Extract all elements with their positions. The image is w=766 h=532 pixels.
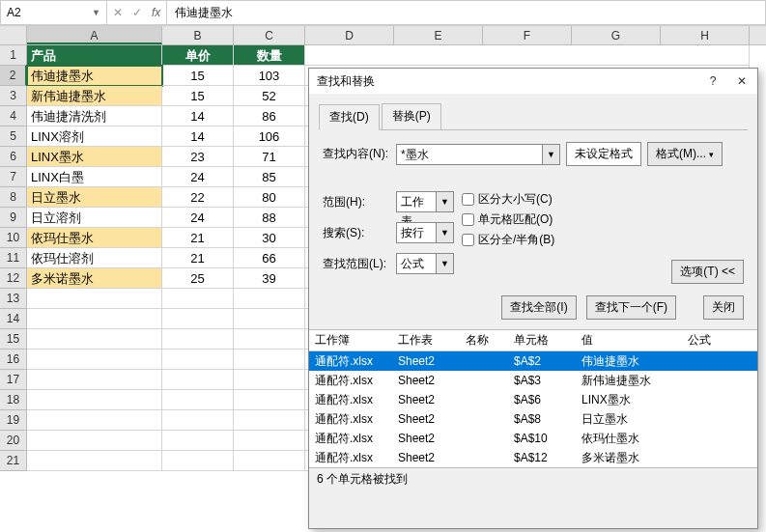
result-row[interactable]: 通配符.xlsxSheet2$A$8日立墨水 [309, 409, 757, 429]
dialog-help-icon[interactable]: ? [705, 74, 721, 88]
row-header[interactable]: 9 [0, 208, 27, 228]
row-header[interactable]: 16 [0, 350, 27, 370]
result-row[interactable]: 通配符.xlsxSheet2$A$6LINX墨水 [309, 390, 757, 409]
scope-select[interactable]: 工作表 ▼ [396, 191, 454, 212]
find-all-button[interactable]: 查找全部(I) [501, 295, 576, 320]
cell[interactable]: 多米诺墨水 [27, 268, 162, 289]
name-box[interactable]: A2 ▼ [1, 1, 107, 24]
cell[interactable] [162, 370, 234, 390]
cell[interactable] [162, 309, 234, 329]
col-header-G[interactable]: G [572, 26, 661, 44]
cell[interactable]: 日立墨水 [27, 187, 162, 208]
find-input[interactable]: *墨水 ▼ [396, 144, 560, 165]
cell[interactable] [234, 309, 305, 329]
cell[interactable]: 23 [162, 147, 234, 167]
cell[interactable]: 15 [162, 66, 234, 86]
cell[interactable] [162, 329, 234, 350]
chevron-down-icon[interactable]: ▼ [436, 254, 453, 273]
no-format-button[interactable]: 未设定格式 [566, 142, 641, 166]
row-header[interactable]: 21 [0, 451, 27, 471]
cell[interactable]: 66 [234, 248, 305, 268]
cell[interactable] [305, 45, 750, 66]
cell[interactable]: 新伟迪捷墨水 [27, 86, 162, 106]
result-row[interactable]: 通配符.xlsxSheet2$A$3新伟迪捷墨水 [309, 371, 757, 390]
row-header[interactable]: 15 [0, 329, 27, 350]
cell[interactable]: 伟迪捷墨水 [27, 66, 162, 86]
row-header[interactable]: 6 [0, 147, 27, 167]
match-width-checkbox[interactable]: 区分全/半角(B) [462, 232, 554, 248]
cell[interactable]: 15 [162, 86, 234, 106]
find-input-dropdown-icon[interactable]: ▼ [542, 145, 559, 164]
confirm-icon[interactable]: ✓ [132, 6, 142, 19]
cell[interactable] [27, 390, 162, 410]
cell[interactable] [234, 410, 305, 431]
cell[interactable]: 86 [234, 106, 305, 126]
cell[interactable]: 日立溶剂 [27, 208, 162, 228]
search-select[interactable]: 按行 ▼ [396, 222, 454, 243]
cell[interactable]: 14 [162, 106, 234, 126]
cell[interactable] [27, 410, 162, 431]
cell[interactable]: 80 [234, 187, 305, 208]
find-next-button[interactable]: 查找下一个(F) [586, 295, 676, 320]
row-header[interactable]: 14 [0, 309, 27, 329]
tab-replace[interactable]: 替换(P) [382, 103, 441, 129]
cell[interactable] [27, 350, 162, 370]
cell[interactable]: 52 [234, 86, 305, 106]
formula-input[interactable]: 伟迪捷墨水 [167, 1, 765, 24]
cell[interactable]: 39 [234, 268, 305, 289]
row-header[interactable]: 3 [0, 86, 27, 106]
row-header[interactable]: 8 [0, 187, 27, 208]
cell[interactable] [234, 289, 305, 309]
row-header[interactable]: 5 [0, 126, 27, 147]
cell[interactable]: 依玛仕溶剂 [27, 248, 162, 268]
chevron-down-icon[interactable]: ▼ [436, 223, 453, 242]
col-worksheet[interactable]: 工作表 [392, 332, 460, 349]
row-header[interactable]: 20 [0, 431, 27, 451]
cell[interactable] [234, 451, 305, 471]
options-button[interactable]: 选项(T) << [671, 260, 744, 284]
fx-icon[interactable]: fx [152, 6, 160, 19]
cell[interactable]: 单价 [162, 45, 234, 66]
cell[interactable]: 25 [162, 268, 234, 289]
cell[interactable] [162, 289, 234, 309]
cell[interactable] [27, 329, 162, 350]
cell[interactable] [27, 431, 162, 451]
cell[interactable]: 产品 [27, 45, 162, 66]
cell[interactable]: 24 [162, 208, 234, 228]
cell[interactable] [162, 451, 234, 471]
row-header[interactable]: 19 [0, 410, 27, 431]
select-all-corner[interactable] [0, 26, 27, 44]
row-header[interactable]: 2 [0, 66, 27, 86]
col-header-F[interactable]: F [483, 26, 572, 44]
result-row[interactable]: 通配符.xlsxSheet2$A$12多米诺墨水 [309, 448, 757, 467]
cell[interactable]: 22 [162, 187, 234, 208]
cell[interactable]: LINX溶剂 [27, 126, 162, 147]
dialog-close-icon[interactable]: ✕ [734, 74, 750, 88]
col-header-B[interactable]: B [162, 26, 234, 44]
col-workbook[interactable]: 工作簿 [309, 332, 392, 349]
row-header[interactable]: 1 [0, 45, 27, 66]
col-header-E[interactable]: E [394, 26, 483, 44]
row-header[interactable]: 12 [0, 268, 27, 289]
col-name[interactable]: 名称 [460, 332, 508, 349]
cell[interactable]: 24 [162, 167, 234, 187]
close-button[interactable]: 关闭 [703, 295, 744, 320]
cell[interactable] [162, 390, 234, 410]
cell[interactable] [234, 431, 305, 451]
row-header[interactable]: 10 [0, 228, 27, 248]
col-formula[interactable]: 公式 [682, 332, 740, 349]
cell[interactable]: 103 [234, 66, 305, 86]
cell[interactable]: 88 [234, 208, 305, 228]
cell[interactable]: 21 [162, 248, 234, 268]
col-header-D[interactable]: D [305, 26, 394, 44]
col-header-C[interactable]: C [234, 26, 305, 44]
cell[interactable] [234, 329, 305, 350]
cancel-icon[interactable]: ✕ [113, 6, 123, 19]
cell[interactable] [162, 410, 234, 431]
cell[interactable] [162, 350, 234, 370]
row-header[interactable]: 18 [0, 390, 27, 410]
result-row[interactable]: 通配符.xlsxSheet2$A$2伟迪捷墨水 [309, 351, 757, 371]
match-whole-checkbox[interactable]: 单元格匹配(O) [462, 211, 554, 228]
cell[interactable]: 依玛仕墨水 [27, 228, 162, 248]
cell[interactable]: 21 [162, 228, 234, 248]
